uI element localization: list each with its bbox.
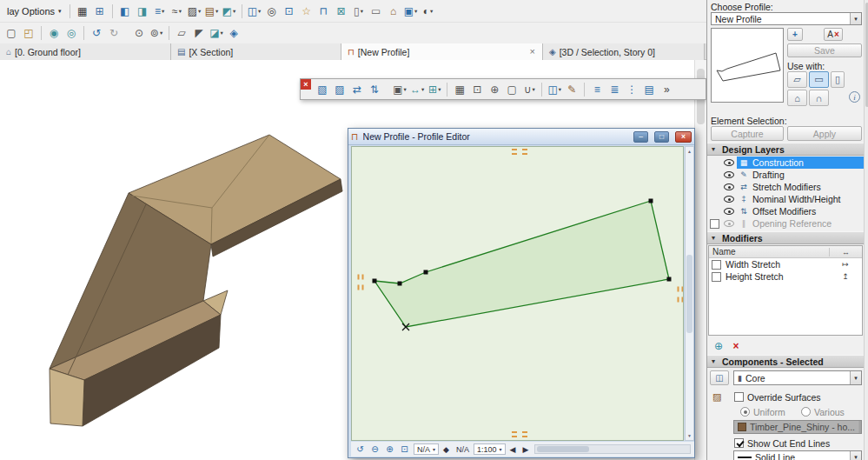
layer-row-drafting[interactable]: ✎ Drafting xyxy=(708,169,864,181)
3d-view-icon[interactable]: ◈ xyxy=(226,24,242,42)
scroll-up-icon[interactable]: ▲ xyxy=(687,149,692,154)
redo-icon[interactable]: ↻ xyxy=(106,24,122,42)
scrollbar-thumb[interactable] xyxy=(537,446,589,452)
arrow-tool-icon[interactable]: ◤ xyxy=(191,24,207,42)
show-nodes-icon[interactable]: ⊡ xyxy=(469,81,485,97)
pen-color-icon[interactable]: ✎ xyxy=(564,81,580,97)
next-view-button[interactable]: ▶ xyxy=(520,445,531,454)
layer-row-nominal-width-height[interactable]: ‡ Nominal Width/Height xyxy=(708,193,864,205)
pen-set-icon[interactable]: ≡▾ xyxy=(152,3,168,20)
layer-row-stretch-modifiers[interactable]: ⇄ Stretch Modifiers xyxy=(708,181,864,193)
line-type-icon[interactable]: ≈▾ xyxy=(169,3,185,20)
tab-section[interactable]: ▤ [X Section] xyxy=(171,43,341,60)
cut-line-type-select[interactable]: Solid Line xyxy=(733,450,862,460)
show-cut-end-lines-checkbox[interactable] xyxy=(734,438,744,448)
beam-tool-icon[interactable]: ▭ xyxy=(368,3,384,20)
object-library-icon[interactable]: ⌂ xyxy=(386,3,401,20)
inject-parameters-icon[interactable]: ◎ xyxy=(63,24,79,42)
align-left-icon[interactable]: ≡ xyxy=(589,81,605,97)
flip-horizontal-icon[interactable]: ⇄ xyxy=(349,81,365,97)
add-modifier-button[interactable]: ⊕ xyxy=(711,339,726,352)
window-titlebar[interactable]: ⊓ New Profile - Profile Editor – □ × xyxy=(348,129,694,145)
use-with-beam-button[interactable]: ▭ xyxy=(809,71,829,88)
layer-row-body[interactable]: ∥ Opening Reference xyxy=(737,217,864,230)
main-vertical-scrollbar[interactable] xyxy=(694,60,706,460)
show-grid-icon[interactable]: ▦ xyxy=(452,81,467,97)
override-surfaces-checkbox[interactable] xyxy=(734,392,744,402)
value-column-header-icon[interactable]: ↔ xyxy=(829,248,862,257)
zoom-previous-icon[interactable]: ↺ xyxy=(354,443,367,456)
delete-profile-button[interactable]: A × xyxy=(824,28,843,41)
layer-row-body[interactable]: ✎ Drafting xyxy=(737,169,864,181)
work-environment-icon[interactable]: ◐▾ xyxy=(421,3,436,20)
visibility-eye-icon[interactable] xyxy=(724,159,734,166)
profile-manager-icon[interactable]: ⊓ xyxy=(316,3,332,20)
toolbar-overflow-icon[interactable]: » xyxy=(659,81,674,97)
modifier-row-width-stretch[interactable]: Width Stretch ↦ xyxy=(709,258,862,270)
pen-select[interactable]: N/A xyxy=(414,443,439,455)
name-column-header[interactable]: Name xyxy=(709,247,829,257)
modifiers-header-row[interactable]: Name ↔ xyxy=(709,246,862,258)
components-section-header[interactable]: Components - Selected xyxy=(707,355,868,368)
layer-row-body[interactable]: ⇄ Stretch Modifiers xyxy=(737,181,864,193)
opening-reference-checkbox[interactable] xyxy=(710,219,719,229)
distribute-icon[interactable]: ⋮ xyxy=(624,81,639,97)
close-tab-icon[interactable]: × xyxy=(529,47,536,57)
visibility-eye-icon[interactable] xyxy=(724,196,734,203)
layer-row-offset-modifiers[interactable]: ⇅ Offset Modifiers xyxy=(708,205,864,217)
element-list-icon[interactable]: ▤ xyxy=(641,81,657,97)
layers-quick-icon[interactable]: ◫▾ xyxy=(547,81,562,97)
minimize-button[interactable]: – xyxy=(633,131,648,143)
profile-select[interactable]: New Profile xyxy=(711,12,862,25)
subtract-polygon-icon[interactable]: ▨ xyxy=(332,81,348,97)
flip-vertical-icon[interactable]: ⇅ xyxy=(367,81,382,97)
component-list-button[interactable]: ◫ xyxy=(710,370,729,385)
snap-guides-icon[interactable]: ⊞▾ xyxy=(427,81,442,97)
various-radio[interactable] xyxy=(801,407,811,417)
use-with-shell-button[interactable]: ∩ xyxy=(809,90,829,106)
show-bounds-icon[interactable]: ▢ xyxy=(504,81,520,97)
new-file-icon[interactable]: ▢ xyxy=(3,24,19,42)
component-select[interactable]: ▮ Core xyxy=(733,370,862,385)
use-with-roof-button[interactable]: ⌂ xyxy=(787,90,807,106)
view-settings-icon[interactable]: ◧ xyxy=(117,3,133,20)
design-layers-section-header[interactable]: Design Layers xyxy=(707,143,868,156)
undo-icon[interactable]: ↺ xyxy=(89,24,104,42)
add-polygon-icon[interactable]: ▧ xyxy=(315,81,330,97)
close-toolbar-button[interactable]: × xyxy=(301,79,311,90)
layer-row-body[interactable]: ⇅ Offset Modifiers xyxy=(737,205,864,217)
virtual-trace-icon[interactable]: ◪▾ xyxy=(209,24,224,42)
scrollbar-thumb[interactable] xyxy=(686,255,692,333)
profile-canvas[interactable] xyxy=(351,146,684,441)
show-origin-icon[interactable]: ⊕ xyxy=(487,81,502,97)
layer-settings-icon[interactable]: ◫▾ xyxy=(247,3,262,20)
tab-ground-floor[interactable]: ⌂ [0. Ground floor] xyxy=(0,43,171,60)
surface-catalog-icon[interactable]: ◩▾ xyxy=(222,3,237,20)
layer-row-body[interactable]: ‡ Nominal Width/Height xyxy=(737,193,864,205)
stretch-marker-bottom[interactable] xyxy=(512,431,527,437)
modifiers-section-header[interactable]: Modifiers xyxy=(707,231,868,244)
main-drawing-area[interactable]: × ▧▨⇄⇅▣▾↔▾⊞▾▦⊡⊕▢∪▾◫▾✎≡≣⋮▤» ⊓ New Profile… xyxy=(0,60,706,460)
layer-row-construction[interactable]: ▦ Construction xyxy=(708,157,864,169)
camera-icon[interactable]: ⊙ xyxy=(131,24,147,42)
marquee-tool-icon[interactable]: ▱ xyxy=(174,24,189,42)
info-box-icon[interactable]: ▣▾ xyxy=(403,3,419,20)
new-profile-button[interactable]: + xyxy=(787,28,803,41)
capture-button[interactable]: Capture xyxy=(711,126,784,141)
zoom-box-icon[interactable]: ⊡ xyxy=(282,3,297,20)
composite-icon[interactable]: ▤▾ xyxy=(204,3,220,20)
close-button[interactable]: × xyxy=(675,131,692,143)
height-stretch-checkbox[interactable] xyxy=(712,272,721,282)
mesh-tool-icon[interactable]: ⊠ xyxy=(334,3,349,20)
orientation-icon[interactable]: ◆ xyxy=(441,445,452,454)
fill-display-icon[interactable]: ▣▾ xyxy=(392,81,407,97)
modifier-row-height-stretch[interactable]: Height Stretch ↥ xyxy=(709,270,862,283)
trace-reference-icon[interactable]: ◨ xyxy=(135,3,150,20)
stretch-marker-left[interactable] xyxy=(358,275,364,290)
display-options-dropdown[interactable]: lay Options xyxy=(3,3,66,20)
gravity-icon[interactable]: ∪▾ xyxy=(521,81,537,97)
open-file-icon[interactable]: ◰ xyxy=(21,24,36,42)
scroll-down-icon[interactable]: ▼ xyxy=(687,433,692,438)
apply-button[interactable]: Apply xyxy=(787,126,862,141)
tab-new-profile[interactable]: ⊓ [New Profile] × xyxy=(341,43,543,60)
